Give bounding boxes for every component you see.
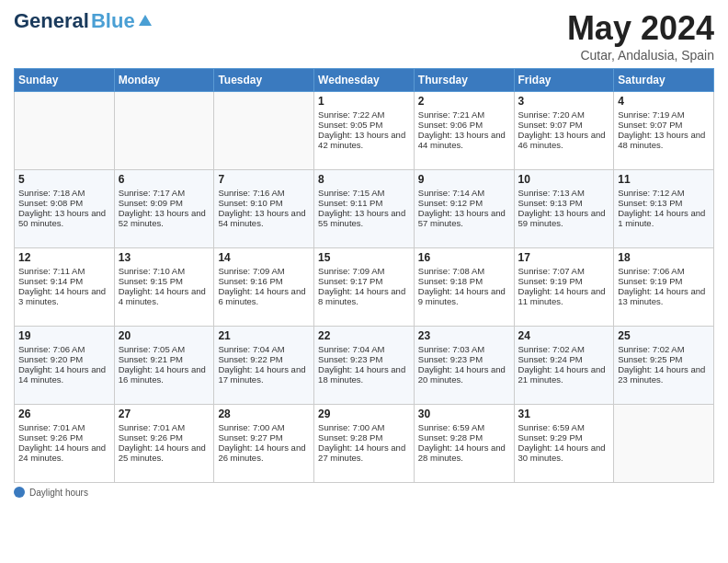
sunrise-text: Sunrise: 7:04 AM [318, 344, 410, 354]
calendar-cell: 28Sunrise: 7:00 AMSunset: 9:27 PMDayligh… [214, 405, 314, 483]
daylight-text: Daylight: 13 hours and 57 minutes. [418, 208, 510, 228]
sunset-text: Sunset: 9:05 PM [318, 120, 410, 130]
daylight-text: Daylight: 13 hours and 44 minutes. [418, 130, 510, 150]
daylight-text: Daylight: 14 hours and 20 minutes. [418, 364, 510, 385]
sunrise-text: Sunrise: 7:05 AM [119, 344, 210, 354]
daylight-text: Daylight: 14 hours and 27 minutes. [318, 442, 410, 463]
sunset-text: Sunset: 9:12 PM [418, 198, 510, 208]
sunset-text: Sunset: 9:16 PM [218, 276, 310, 286]
sunrise-text: Sunrise: 7:09 AM [318, 266, 410, 276]
calendar-cell [15, 92, 115, 170]
day-number: 23 [418, 329, 510, 342]
weekday-header-wednesday: Wednesday [314, 69, 415, 92]
calendar-header-row: SundayMondayTuesdayWednesdayThursdayFrid… [15, 69, 714, 92]
sunset-text: Sunset: 9:07 PM [518, 120, 610, 130]
sunrise-text: Sunrise: 7:22 AM [318, 109, 410, 120]
day-number: 24 [518, 329, 610, 342]
calendar-week-row: 26Sunrise: 7:01 AMSunset: 9:26 PMDayligh… [15, 405, 714, 483]
daylight-text: Daylight: 14 hours and 25 minutes. [119, 442, 210, 463]
calendar-table: SundayMondayTuesdayWednesdayThursdayFrid… [14, 68, 714, 483]
daylight-text: Daylight: 14 hours and 24 minutes. [18, 442, 110, 463]
weekday-header-monday: Monday [114, 69, 214, 92]
page: General Blue May 2024 Cutar, Andalusia, … [0, 0, 728, 507]
calendar-cell: 30Sunrise: 6:59 AMSunset: 9:28 PMDayligh… [414, 405, 514, 483]
calendar-cell: 13Sunrise: 7:10 AMSunset: 9:15 PMDayligh… [114, 248, 214, 327]
daylight-text: Daylight: 13 hours and 55 minutes. [318, 208, 410, 228]
footer: Daylight hours [14, 487, 714, 498]
logo-icon [137, 13, 154, 29]
daylight-text: Daylight: 13 hours and 46 minutes. [518, 130, 610, 150]
header: General Blue May 2024 Cutar, Andalusia, … [14, 9, 714, 63]
calendar-cell [614, 405, 714, 483]
sunset-text: Sunset: 9:25 PM [618, 354, 710, 364]
sunset-text: Sunset: 9:10 PM [218, 198, 310, 208]
calendar-cell: 4Sunrise: 7:19 AMSunset: 9:07 PMDaylight… [614, 92, 714, 170]
sunrise-text: Sunrise: 7:15 AM [318, 188, 410, 198]
svg-marker-0 [139, 15, 152, 26]
day-number: 7 [218, 173, 310, 186]
sunrise-text: Sunrise: 7:06 AM [18, 344, 110, 354]
daylight-text: Daylight: 14 hours and 9 minutes. [418, 286, 510, 306]
daylight-label: Daylight hours [29, 488, 88, 498]
weekday-header-friday: Friday [514, 69, 614, 92]
sunrise-text: Sunrise: 7:04 AM [218, 344, 310, 354]
calendar-cell: 23Sunrise: 7:03 AMSunset: 9:23 PMDayligh… [414, 327, 514, 405]
day-number: 3 [518, 95, 610, 108]
calendar-cell: 20Sunrise: 7:05 AMSunset: 9:21 PMDayligh… [114, 327, 214, 405]
sunrise-text: Sunrise: 7:19 AM [618, 109, 710, 120]
day-number: 4 [618, 95, 710, 108]
daylight-text: Daylight: 14 hours and 17 minutes. [218, 364, 310, 385]
sunrise-text: Sunrise: 7:09 AM [218, 266, 310, 276]
sunrise-text: Sunrise: 7:00 AM [218, 422, 310, 432]
calendar-cell: 7Sunrise: 7:16 AMSunset: 9:10 PMDaylight… [214, 170, 314, 248]
sunset-text: Sunset: 9:15 PM [119, 276, 210, 286]
logo-blue: Blue [91, 9, 135, 33]
calendar-cell: 24Sunrise: 7:02 AMSunset: 9:24 PMDayligh… [514, 327, 614, 405]
main-title: May 2024 [567, 9, 714, 48]
sunrise-text: Sunrise: 7:13 AM [518, 188, 610, 198]
sunset-text: Sunset: 9:22 PM [218, 354, 310, 364]
daylight-text: Daylight: 14 hours and 13 minutes. [618, 286, 710, 306]
daylight-text: Daylight: 14 hours and 21 minutes. [518, 364, 610, 385]
sunset-text: Sunset: 9:11 PM [318, 198, 410, 208]
day-number: 11 [618, 173, 710, 186]
daylight-text: Daylight: 14 hours and 30 minutes. [518, 442, 610, 463]
weekday-header-saturday: Saturday [614, 69, 714, 92]
day-number: 15 [318, 251, 410, 264]
day-number: 21 [218, 329, 310, 342]
sunset-text: Sunset: 9:28 PM [318, 432, 410, 442]
sunset-text: Sunset: 9:23 PM [418, 354, 510, 364]
day-number: 14 [218, 251, 310, 264]
sunset-text: Sunset: 9:14 PM [18, 276, 110, 286]
calendar-cell: 18Sunrise: 7:06 AMSunset: 9:19 PMDayligh… [614, 248, 714, 327]
day-number: 27 [119, 408, 210, 420]
day-number: 20 [119, 329, 210, 342]
logo: General Blue [14, 9, 154, 33]
sunset-text: Sunset: 9:19 PM [518, 276, 610, 286]
day-number: 19 [18, 329, 110, 342]
daylight-text: Daylight: 14 hours and 3 minutes. [18, 286, 110, 306]
sunrise-text: Sunrise: 7:06 AM [618, 266, 710, 276]
calendar-cell: 22Sunrise: 7:04 AMSunset: 9:23 PMDayligh… [314, 327, 415, 405]
sunset-text: Sunset: 9:07 PM [618, 120, 710, 130]
sunrise-text: Sunrise: 7:07 AM [518, 266, 610, 276]
day-number: 1 [318, 95, 410, 108]
calendar-cell: 17Sunrise: 7:07 AMSunset: 9:19 PMDayligh… [514, 248, 614, 327]
calendar-cell: 3Sunrise: 7:20 AMSunset: 9:07 PMDaylight… [514, 92, 614, 170]
day-number: 17 [518, 251, 610, 264]
day-number: 9 [418, 173, 510, 186]
weekday-header-tuesday: Tuesday [214, 69, 314, 92]
day-number: 28 [218, 408, 310, 420]
calendar-cell: 27Sunrise: 7:01 AMSunset: 9:26 PMDayligh… [114, 405, 214, 483]
day-number: 5 [18, 173, 110, 186]
daylight-text: Daylight: 14 hours and 6 minutes. [218, 286, 310, 306]
day-number: 18 [618, 251, 710, 264]
calendar-cell: 14Sunrise: 7:09 AMSunset: 9:16 PMDayligh… [214, 248, 314, 327]
sunrise-text: Sunrise: 7:03 AM [418, 344, 510, 354]
calendar-week-row: 12Sunrise: 7:11 AMSunset: 9:14 PMDayligh… [15, 248, 714, 327]
daylight-text: Daylight: 14 hours and 11 minutes. [518, 286, 610, 306]
sunset-text: Sunset: 9:08 PM [18, 198, 110, 208]
daylight-text: Daylight: 14 hours and 18 minutes. [318, 364, 410, 385]
calendar-cell: 9Sunrise: 7:14 AMSunset: 9:12 PMDaylight… [414, 170, 514, 248]
calendar-cell: 5Sunrise: 7:18 AMSunset: 9:08 PMDaylight… [15, 170, 115, 248]
